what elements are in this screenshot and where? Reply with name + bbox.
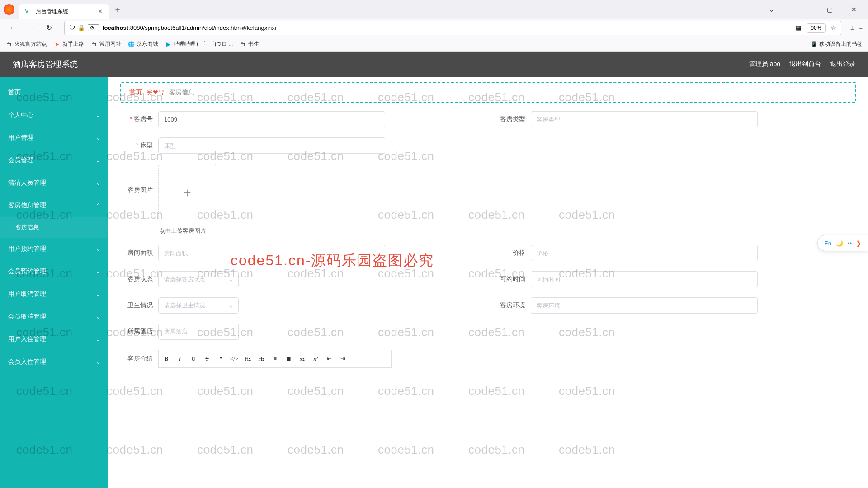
label-hotel: 所属酒店 [125, 328, 158, 336]
rt-indent-icon[interactable]: ⇥ [339, 355, 347, 362]
breadcrumb: 首页 웃❤유 客房信息 [120, 82, 856, 103]
label-avail: 可约时间 [497, 275, 531, 283]
rt-italic-icon[interactable]: I [176, 355, 184, 362]
select-status[interactable]: 请选择客房状态 [158, 271, 239, 287]
forward-button[interactable]: → [24, 21, 38, 35]
label-price: 价格 [497, 249, 531, 257]
mobile-icon: 📱 [810, 41, 817, 48]
rt-bold-icon[interactable]: B [162, 355, 170, 362]
rt-sup-icon[interactable]: x² [311, 355, 320, 362]
bookmark-item[interactable]: 🗀常用网址 [90, 40, 121, 48]
sidebar-item-member-cancel[interactable]: 会员取消管理⌄ [0, 305, 108, 328]
input-area[interactable] [158, 245, 385, 261]
breadcrumb-separator: 웃❤유 [146, 89, 165, 97]
ime-lang[interactable]: En [824, 240, 831, 247]
input-bed[interactable] [158, 137, 385, 154]
bookmark-item[interactable]: 🗀火狐官方站点 [5, 40, 47, 48]
rt-h2-icon[interactable]: H₂ [257, 355, 265, 362]
rt-strike-icon[interactable]: S [203, 355, 211, 362]
vue-icon: V [25, 8, 32, 15]
window-close-button[interactable]: ✕ [844, 2, 864, 17]
upload-box[interactable]: ＋ [158, 164, 216, 221]
chevron-down-icon: ⌄ [96, 135, 100, 141]
label-image: 客房图片 [125, 164, 158, 194]
sidebar-item-rooms[interactable]: 客房信息管理⌃ [0, 194, 108, 217]
sidebar-item-members[interactable]: 会员管理⌄ [0, 149, 108, 172]
browser-tab[interactable]: V 后台管理系统 ✕ [19, 4, 109, 19]
header-user[interactable]: 管理员 abo [749, 60, 780, 68]
label-intro: 客房介绍 [125, 355, 158, 363]
tab-close-icon[interactable]: ✕ [96, 8, 104, 15]
tabs-dropdown-icon[interactable]: ⌄ [761, 2, 782, 17]
rt-quote-icon[interactable]: ❝ [217, 355, 225, 362]
app-title: 酒店客房管理系统 [13, 59, 78, 70]
sidebar-item-user-cancel[interactable]: 用户取消管理⌄ [0, 283, 108, 305]
back-button[interactable]: ← [5, 21, 20, 35]
input-room-type[interactable] [531, 111, 758, 127]
sidebar-item-member-checkin[interactable]: 会员入住管理⌄ [0, 351, 108, 373]
chevron-down-icon: ⌄ [96, 246, 100, 252]
sidebar-item-home[interactable]: 首页 [0, 81, 108, 104]
room-form: 客房号 客房类型 床型 客房图片 ＋ [120, 111, 856, 368]
address-bar[interactable]: 🛡 🔒 ⊘⁻ localhost:8080/springboot6alf1/ad… [64, 21, 841, 35]
sidebar-item-profile[interactable]: 个人中心⌄ [0, 104, 108, 127]
url-path: :8080/springboot6alf1/admin/dist/index.h… [128, 24, 276, 31]
input-room-no[interactable] [158, 111, 385, 127]
permission-icon[interactable]: ⊘⁻ [88, 24, 99, 31]
bookmark-item[interactable]: 🌐京东商城 [127, 40, 158, 48]
window-maximize-button[interactable]: ▢ [819, 2, 840, 17]
new-tab-button[interactable]: ＋ [111, 3, 124, 16]
main-content: 首页 웃❤유 客房信息 客房号 客房类型 床型 [108, 77, 868, 488]
select-clean[interactable]: 请选择卫生情况 [158, 297, 239, 314]
rt-underline-icon[interactable]: U [189, 355, 198, 362]
folder-icon: 🗀 [239, 41, 246, 48]
lock-icon: 🔒 [78, 24, 85, 31]
sidebar-item-users[interactable]: 用户管理⌄ [0, 127, 108, 149]
rt-ol-icon[interactable]: ≡ [271, 355, 279, 362]
window-minimize-button[interactable]: — [795, 2, 816, 17]
zoom-indicator[interactable]: 90% [807, 23, 826, 33]
app-menu-icon[interactable]: ≡ [859, 24, 863, 31]
rich-text-toolbar: B I U S ❝ </> H₁ H₂ ≡ ≣ x₂ x² ⇤ ⇥ [158, 350, 392, 368]
label-area: 房间面积 [125, 249, 158, 257]
rt-sub-icon[interactable]: x₂ [298, 355, 306, 362]
folder-icon: 🗀 [90, 41, 98, 48]
chevron-down-icon: ⌄ [96, 157, 100, 164]
rt-h1-icon[interactable]: H₁ [244, 355, 252, 362]
bookmark-item[interactable]: ▶哔哩哔哩 ( ゜- ゜)つロ ... [165, 40, 233, 48]
input-avail[interactable] [531, 271, 758, 287]
qr-icon[interactable]: ▦ [796, 24, 801, 31]
input-price[interactable] [531, 245, 758, 261]
dots-icon[interactable]: •• [848, 240, 852, 247]
ime-float-widget[interactable]: En 🌙 •• ❯ [817, 235, 868, 251]
chevron-down-icon: ⌄ [96, 268, 100, 275]
sidebar-item-user-booking[interactable]: 用户预约管理⌄ [0, 238, 108, 260]
rt-ul-icon[interactable]: ≣ [284, 355, 292, 362]
header-logout[interactable]: 退出登录 [830, 60, 855, 68]
bookmark-item[interactable]: 🗀书生 [239, 40, 259, 48]
header-to-front[interactable]: 退出到前台 [789, 60, 821, 68]
bookmark-star-icon[interactable]: ☆ [831, 24, 836, 31]
moon-icon[interactable]: 🌙 [836, 240, 843, 247]
reload-button[interactable]: ↻ [42, 21, 56, 35]
input-env[interactable] [531, 297, 758, 314]
folder-icon: 🗀 [5, 41, 13, 48]
rt-code-icon[interactable]: </> [230, 355, 238, 362]
tab-title: 后台管理系统 [36, 8, 96, 15]
getting-started-icon: ➤ [53, 41, 61, 48]
chevron-down-icon: ⌄ [96, 336, 100, 343]
bookmark-item[interactable]: ➤新手上路 [53, 40, 84, 48]
rt-outdent-icon[interactable]: ⇤ [325, 355, 333, 362]
sidebar-item-user-checkin[interactable]: 用户入住管理⌄ [0, 328, 108, 351]
label-status: 客房状态 [125, 275, 158, 283]
sidebar-item-member-booking[interactable]: 会员预约管理⌄ [0, 260, 108, 283]
plus-icon: ＋ [181, 184, 193, 201]
mobile-bookmarks[interactable]: 📱移动设备上的书签 [810, 40, 863, 48]
sidebar-subitem-room-info[interactable]: 客房信息 [0, 217, 108, 238]
extensions-icon[interactable]: ⫫ [849, 24, 855, 31]
select-hotel[interactable]: 所属酒店 [158, 324, 239, 340]
sidebar-item-cleaners[interactable]: 清洁人员管理⌄ [0, 172, 108, 194]
breadcrumb-current: 客房信息 [169, 89, 194, 97]
arrow-right-icon[interactable]: ❯ [856, 240, 861, 247]
breadcrumb-home[interactable]: 首页 [129, 89, 142, 97]
